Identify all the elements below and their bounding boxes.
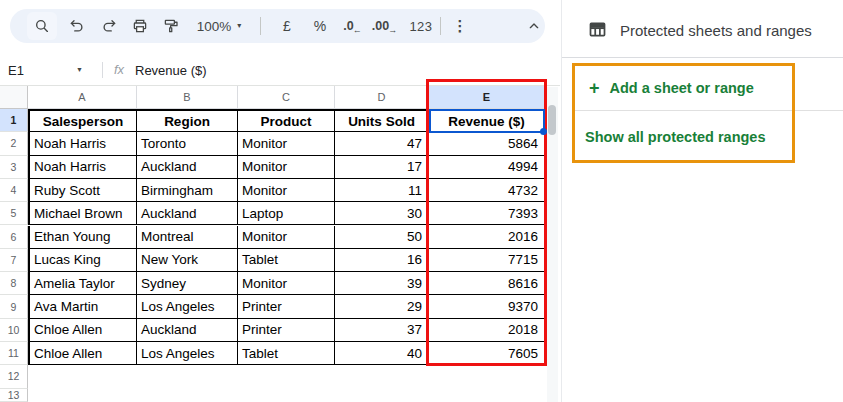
- show-all-protected-ranges-button[interactable]: Show all protected ranges: [562, 111, 843, 163]
- cell-B6[interactable]: Montreal: [137, 226, 238, 249]
- cell-A7[interactable]: Lucas King: [28, 249, 137, 272]
- cell-E10[interactable]: 2018: [429, 319, 545, 342]
- cell-A6[interactable]: Ethan Young: [28, 226, 137, 249]
- column-header-D[interactable]: D: [335, 86, 429, 109]
- column-header-B[interactable]: B: [137, 86, 238, 109]
- cell-B4[interactable]: Birmingham: [137, 179, 238, 202]
- select-all-corner[interactable]: [0, 86, 28, 109]
- cell-B5[interactable]: Auckland: [137, 202, 238, 225]
- table-grid-icon: [587, 19, 608, 44]
- cell-B3[interactable]: Auckland: [137, 156, 238, 179]
- protected-ranges-panel: Protected sheets and ranges + Add a shee…: [561, 0, 843, 402]
- cell-D2[interactable]: 47: [335, 132, 429, 155]
- row-header-2[interactable]: 2: [0, 132, 28, 155]
- cell-D1[interactable]: Units Sold: [335, 109, 429, 132]
- add-sheet-or-range-label: Add a sheet or range: [610, 80, 754, 96]
- cell-A3[interactable]: Noah Harris: [28, 156, 137, 179]
- cell-E3[interactable]: 4994: [429, 156, 545, 179]
- cell-A5[interactable]: Michael Brown: [28, 202, 137, 225]
- row-header-5[interactable]: 5: [0, 202, 28, 225]
- cell-C3[interactable]: Monitor: [238, 156, 335, 179]
- add-sheet-or-range-button[interactable]: + Add a sheet or range: [562, 62, 843, 114]
- cell-D4[interactable]: 11: [335, 179, 429, 202]
- cell-E8[interactable]: 8616: [429, 272, 545, 295]
- cell-A9[interactable]: Ava Martin: [28, 295, 137, 318]
- cell-E5[interactable]: 7393: [429, 202, 545, 225]
- cell-D5[interactable]: 30: [335, 202, 429, 225]
- row-header-3[interactable]: 3: [0, 156, 28, 179]
- cell-B1[interactable]: Region: [137, 109, 238, 132]
- vertical-scrollbar-track[interactable]: [547, 87, 558, 402]
- row-header-10[interactable]: 10: [0, 319, 28, 342]
- cell-B10[interactable]: Auckland: [137, 319, 238, 342]
- cell-E6[interactable]: 2016: [429, 226, 545, 249]
- cell-A4[interactable]: Ruby Scott: [28, 179, 137, 202]
- show-all-protected-ranges-label: Show all protected ranges: [585, 129, 766, 145]
- cell-D7[interactable]: 16: [335, 249, 429, 272]
- panel-header: Protected sheets and ranges: [562, 0, 843, 57]
- column-header-E[interactable]: E: [429, 86, 545, 109]
- cell-D11[interactable]: 40: [335, 342, 429, 365]
- cell-C7[interactable]: Tablet: [238, 249, 335, 272]
- cell-B7[interactable]: New York: [137, 249, 238, 272]
- row-header-1[interactable]: 1: [0, 109, 28, 132]
- cell-E1[interactable]: Revenue ($): [429, 109, 545, 132]
- cell-D9[interactable]: 29: [335, 295, 429, 318]
- row-header-12[interactable]: 12: [0, 365, 28, 388]
- vertical-scrollbar-thumb[interactable]: [548, 105, 556, 135]
- cell-D8[interactable]: 39: [335, 272, 429, 295]
- cell-B8[interactable]: Sydney: [137, 272, 238, 295]
- cell-C6[interactable]: Monitor: [238, 226, 335, 249]
- row-header-4[interactable]: 4: [0, 179, 28, 202]
- cell-E11[interactable]: 7605: [429, 342, 545, 365]
- cell-D6[interactable]: 50: [335, 226, 429, 249]
- cell-C4[interactable]: Monitor: [238, 179, 335, 202]
- cell-A1[interactable]: Salesperson: [28, 109, 137, 132]
- column-header-C[interactable]: C: [238, 86, 335, 109]
- cell-C2[interactable]: Monitor: [238, 132, 335, 155]
- cell-C1[interactable]: Product: [238, 109, 335, 132]
- plus-icon: +: [589, 79, 600, 97]
- cell-E7[interactable]: 7715: [429, 249, 545, 272]
- google-sheets-app: 100% ▾ £ % .0 ← .00 → 123 ⋮: [0, 0, 843, 402]
- cell-C11[interactable]: Tablet: [238, 342, 335, 365]
- cell-B2[interactable]: Toronto: [137, 132, 238, 155]
- cell-C8[interactable]: Monitor: [238, 272, 335, 295]
- panel-title: Protected sheets and ranges: [620, 22, 812, 39]
- cell-A8[interactable]: Amelia Taylor: [28, 272, 137, 295]
- cell-D3[interactable]: 17: [335, 156, 429, 179]
- cell-C5[interactable]: Laptop: [238, 202, 335, 225]
- cell-B11[interactable]: Los Angeles: [137, 342, 238, 365]
- cell-E9[interactable]: 9370: [429, 295, 545, 318]
- column-header-A[interactable]: A: [28, 86, 137, 109]
- panel-divider: [562, 57, 843, 58]
- cell-E2[interactable]: 5864: [429, 132, 545, 155]
- spreadsheet-grid: ABCDE12345678910111213SalespersonRegionP…: [0, 0, 561, 402]
- row-header-13[interactable]: 13: [0, 389, 28, 402]
- cell-A10[interactable]: Chloe Allen: [28, 319, 137, 342]
- row-header-6[interactable]: 6: [0, 226, 28, 249]
- cell-B9[interactable]: Los Angeles: [137, 295, 238, 318]
- cell-E4[interactable]: 4732: [429, 179, 545, 202]
- row-header-9[interactable]: 9: [0, 295, 28, 318]
- cell-A2[interactable]: Noah Harris: [28, 132, 137, 155]
- cell-C10[interactable]: Printer: [238, 319, 335, 342]
- cell-A11[interactable]: Chloe Allen: [28, 342, 137, 365]
- row-header-7[interactable]: 7: [0, 249, 28, 272]
- cell-D10[interactable]: 37: [335, 319, 429, 342]
- row-header-8[interactable]: 8: [0, 272, 28, 295]
- row-header-11[interactable]: 11: [0, 342, 28, 365]
- cell-C9[interactable]: Printer: [238, 295, 335, 318]
